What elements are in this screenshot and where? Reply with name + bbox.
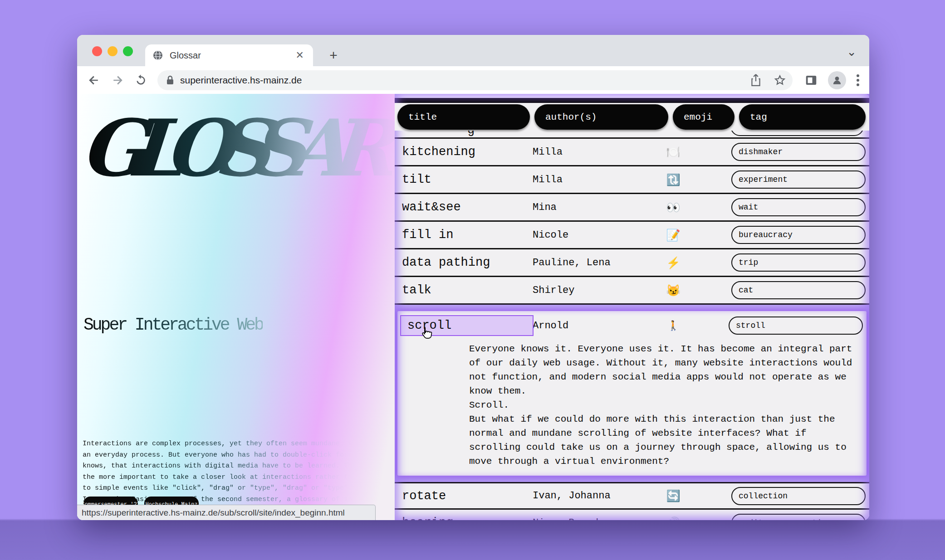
row-title[interactable]: tilt [400,173,533,186]
row-tag[interactable]: bureaucracy [731,226,866,244]
status-url: https://superinteractive.hs-mainz.de/sub… [82,508,345,518]
row-authors: Shirley [533,285,641,296]
course-heading: Super Interactive Web [83,315,263,335]
reload-icon[interactable] [134,73,147,87]
page-content: GLOSSAR Super Interactive Web Interactio… [77,94,869,520]
forward-icon[interactable] [111,73,124,87]
table-row-hearing[interactable]: hearing Nico, Bernd 🔊 auditory perceptio… [395,510,869,520]
zoom-window-button[interactable] [123,46,133,56]
new-tab-button[interactable]: + [325,47,342,64]
row-emoji: ⚡ [641,256,705,269]
row-emoji: 🔄 [641,489,705,502]
globe-favicon-icon [152,50,163,61]
hidden-row-fragment: g [467,131,475,137]
close-window-button[interactable] [92,46,102,56]
row-emoji: 🔊 [641,516,705,521]
profile-avatar[interactable] [828,71,846,89]
scroll-title-highlight[interactable]: scroll [400,315,534,336]
row-authors: Milla [533,174,641,185]
row-authors: Milla [533,146,641,158]
status-bar: https://superinteractive.hs-mainz.de/sub… [77,505,376,520]
table-row-kitchening[interactable]: kitchening Milla 🍽️ dishmaker [395,139,869,166]
row-emoji: 🔃 [641,173,705,186]
tab-glossar[interactable]: Glossar ✕ [145,44,313,66]
row-title[interactable]: data pathing [400,256,533,269]
page-top-strip [395,94,869,98]
row-tag[interactable]: trip [731,253,866,272]
row-title[interactable]: rotate [400,489,533,503]
hidden-row-tag-pill [730,131,864,136]
row-authors: Pauline, Lena [533,257,641,268]
tab-strip: Glossar ✕ + ⌄ [77,35,869,66]
address-bar[interactable]: superinteractive.hs-mainz.de [157,70,793,90]
scroll-description: Everyone knows it. Everyone uses it. It … [469,342,856,468]
header-tag[interactable]: tag [739,104,866,130]
row-authors: Nicole [533,229,641,241]
row-authors: Mina [533,202,641,213]
left-panel: GLOSSAR Super Interactive Web Interactio… [77,94,395,520]
row-emoji: 👀 [641,201,705,214]
row-tag[interactable]: stroll [729,317,863,335]
back-icon[interactable] [87,73,101,87]
row-gap [395,476,869,482]
row-emoji: 🚶 [641,320,705,331]
partially-hidden-row: g [395,131,869,139]
browser-window: Glossar ✕ + ⌄ superinteractive.hs-mainz.… [77,35,869,520]
tab-search-chevron-icon[interactable]: ⌄ [847,45,857,59]
row-tag[interactable]: collection [731,487,866,505]
bookmark-star-icon[interactable] [774,74,786,87]
row-title[interactable]: wait&see [400,200,533,214]
row-emoji: 😼 [641,284,705,297]
traffic-lights [92,46,133,56]
table-header: title author(s) emoji tag [395,103,869,131]
url-text: superinteractive.hs-mainz.de [180,75,750,86]
row-authors: Ivan, Johanna [533,490,641,502]
row-tag[interactable]: dishmaker [731,143,866,161]
table-row-fillin[interactable]: fill in Nicole 📝 bureaucracy [395,222,869,249]
glossary-table: title author(s) emoji tag g kitchening M… [395,94,869,520]
row-title[interactable]: talk [400,283,533,297]
hand-cursor-icon [419,326,433,341]
row-title[interactable]: kitchening [400,145,533,159]
share-icon[interactable] [750,73,762,87]
row-tag[interactable]: auditory perception [731,514,866,520]
sidebar-icon[interactable] [804,73,818,87]
header-authors[interactable]: author(s) [534,104,668,130]
menu-dots-icon[interactable] [856,73,860,87]
tab-title: Glossar [170,50,294,61]
tab-close-icon[interactable]: ✕ [294,49,306,61]
browser-toolbar: superinteractive.hs-mainz.de [77,66,869,94]
row-emoji: 🍽️ [641,146,705,159]
minimize-window-button[interactable] [108,46,118,56]
header-title[interactable]: title [397,104,530,130]
row-title[interactable]: hearing [400,516,533,520]
row-title[interactable]: fill in [400,228,533,242]
lock-icon [166,75,175,86]
table-row-datapathing[interactable]: data pathing Pauline, Lena ⚡ trip [395,249,869,277]
expanded-row-scroll[interactable]: scroll Arnold 🚶 stroll Everyone knows it… [397,311,867,476]
row-gap [395,305,869,311]
table-row-waitandsee[interactable]: wait&see Mina 👀 wait [395,194,869,222]
table-top-bar [395,98,869,103]
row-tag[interactable]: wait [731,198,866,216]
row-tag[interactable]: cat [731,281,866,299]
glossar-logo: GLOSSAR [78,102,395,194]
row-authors: Nico, Bernd [533,517,641,521]
row-authors: Arnold [533,320,641,331]
table-row-rotate[interactable]: rotate Ivan, Johanna 🔄 collection [395,482,869,510]
header-emoji[interactable]: emoji [673,104,734,130]
row-emoji: 📝 [641,229,705,242]
table-row-talk[interactable]: talk Shirley 😼 cat [395,277,869,305]
row-tag[interactable]: experiment [731,170,866,189]
table-row-tilt[interactable]: tilt Milla 🔃 experiment [395,166,869,194]
